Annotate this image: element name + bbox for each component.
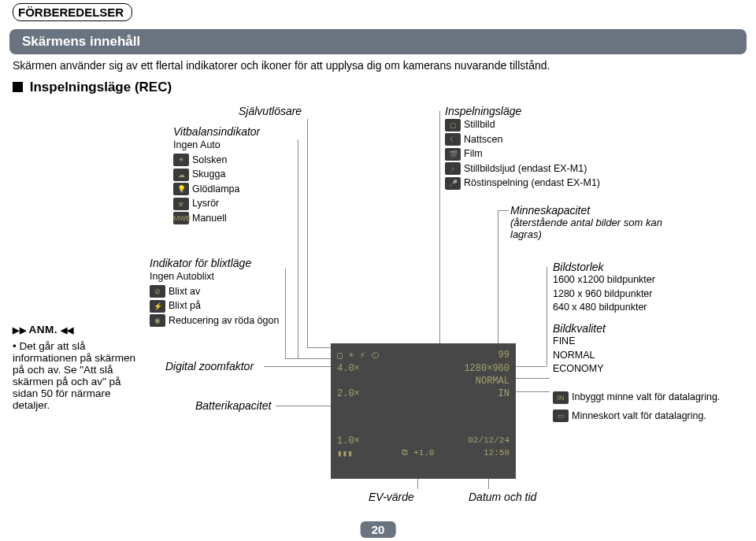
mwb-icon: MWB <box>173 212 189 224</box>
sub-heading: Inspelningsläge (REC) <box>13 80 756 95</box>
storage-internal: INInbyggt minne valt för datalagring. <box>553 391 734 405</box>
flash-off-icon: ⊘ <box>150 285 165 298</box>
wb-item-shade: ☁Skugga <box>173 168 315 182</box>
wb-item-incandescent: 💡Glödlampa <box>173 183 315 197</box>
leader-line <box>285 269 286 358</box>
leader-line <box>439 111 440 347</box>
intro-text: Skärmen använder sig av ett flertal indi… <box>13 59 743 72</box>
note-body: • Det går att slå informationen på skärm… <box>13 340 146 411</box>
leader-line <box>285 358 334 359</box>
lcd-zoom-mid: 2.0× <box>337 388 360 399</box>
leader-line <box>547 267 547 366</box>
flash-item-off: ⊘Blixt av <box>150 285 307 299</box>
page-heading: FÖRBEREDELSER <box>13 3 132 21</box>
section-title: Skärmens innehåll <box>9 29 747 54</box>
film-icon: 🎬 <box>445 148 461 161</box>
wb-item-auto: Ingen Auto <box>173 139 315 153</box>
leader-line <box>498 210 498 352</box>
still-icon: ▢ <box>445 119 461 132</box>
lcd-memory-icon: IN <box>498 388 510 399</box>
memory-cap-subtitle: (återstående antal bilder som kan lagras… <box>510 217 684 240</box>
bullet-square <box>13 82 23 92</box>
lcd-screen: ▢ ☀ ⚡ ⏲ 99 4.0× 1280×960 NORMAL 2.0× IN … <box>331 343 516 479</box>
flash-item-on: ⚡Blixt på <box>150 299 307 313</box>
digital-zoom-label: Digital zoomfaktor <box>165 360 254 372</box>
lcd-ev-icon: ⧉ <box>402 448 408 458</box>
memory-card-icon: ▭ <box>553 409 569 422</box>
rec-voice: 🎤Röstinspelning (endast EX-M1) <box>445 176 642 191</box>
bulb-icon: 💡 <box>173 183 189 195</box>
leader-line <box>488 477 489 489</box>
quality-title: Bildkvalitet <box>553 322 710 335</box>
moon-icon: ☾ <box>445 133 461 146</box>
lcd-zoom-max: 4.0× <box>337 363 360 374</box>
memory-cap-title: Minneskapacitet <box>510 204 684 217</box>
lcd-ev-value: +1.0 <box>413 448 434 458</box>
leader-line <box>498 210 509 211</box>
lcd-resolution: 1280×960 <box>464 363 510 374</box>
rec-night: ☾Nattscen <box>445 133 642 147</box>
ev-value-label: EV-värde <box>369 491 414 503</box>
rec-movie: 🎬Film <box>445 147 642 161</box>
internal-memory-icon: IN <box>553 391 569 404</box>
image-size-title: Bildstorlek <box>553 261 726 273</box>
datetime-label: Datum och tid <box>469 491 536 503</box>
wb-item-sun: ☀Solsken <box>173 154 315 168</box>
lcd-counter: 99 <box>498 350 510 361</box>
leader-line <box>264 366 331 367</box>
rec-still: ▢Stillbild <box>445 118 642 132</box>
leader-line <box>515 378 550 379</box>
wb-item-manual: MWBManuell <box>173 212 315 226</box>
size-640: 640 x 480 bildpunkter <box>553 301 726 315</box>
lcd-date: 02/12/24 <box>468 435 510 447</box>
quality-normal: NORMAL <box>553 349 710 363</box>
lcd-time: 12:58 <box>484 448 510 458</box>
flash-on-icon: ⚡ <box>150 300 165 313</box>
page-number: 20 <box>361 521 396 538</box>
lcd-zoom-min: 1.0× <box>337 435 360 447</box>
size-1600: 1600 x1200 bildpunkter <box>553 273 726 287</box>
cloud-icon: ☁ <box>173 169 189 181</box>
storage-card: ▭Minneskort valt för datalagring. <box>553 409 734 424</box>
lcd-battery-icon: ▮▮▮ <box>337 448 353 458</box>
white-balance-title: Vitbalansindikator <box>173 125 315 138</box>
quality-economy: ECONOMY <box>553 362 710 376</box>
flash-item-redeye: ◉Reducering av röda ögon <box>150 314 307 328</box>
rec-mode-title: Inspelningsläge <box>445 105 642 117</box>
battery-label: Batterikapacitet <box>195 399 272 412</box>
size-1280: 1280 x 960 bildpunkter <box>553 287 726 302</box>
wb-item-fluorescent: ※Lysrör <box>173 197 315 211</box>
redeye-icon: ◉ <box>150 314 165 327</box>
mic-icon: 🎤 <box>445 177 461 190</box>
lcd-quality: NORMAL <box>476 376 510 387</box>
flash-item-auto: Ingen Autoblixt <box>150 270 307 284</box>
leader-line <box>276 406 335 406</box>
flash-title: Indikator för blixtläge <box>150 257 307 269</box>
self-timer-label: Självutlösare <box>239 105 302 117</box>
leader-line <box>417 477 418 489</box>
leader-line <box>515 366 547 367</box>
sub-heading-text: Inspelningsläge (REC) <box>30 80 172 94</box>
lcd-rec-mode-icon: ▢ ☀ ⚡ ⏲ <box>337 350 380 361</box>
quality-fine: FINE <box>553 335 710 349</box>
note-heading: ANM. <box>13 324 146 335</box>
fluorescent-icon: ※ <box>173 198 189 210</box>
note-icon: ♪ <box>445 162 461 175</box>
rec-still-audio: ♪Stillbildsljud (endast EX-M1) <box>445 162 642 176</box>
leader-line <box>515 391 550 392</box>
sun-icon: ☀ <box>173 154 189 166</box>
